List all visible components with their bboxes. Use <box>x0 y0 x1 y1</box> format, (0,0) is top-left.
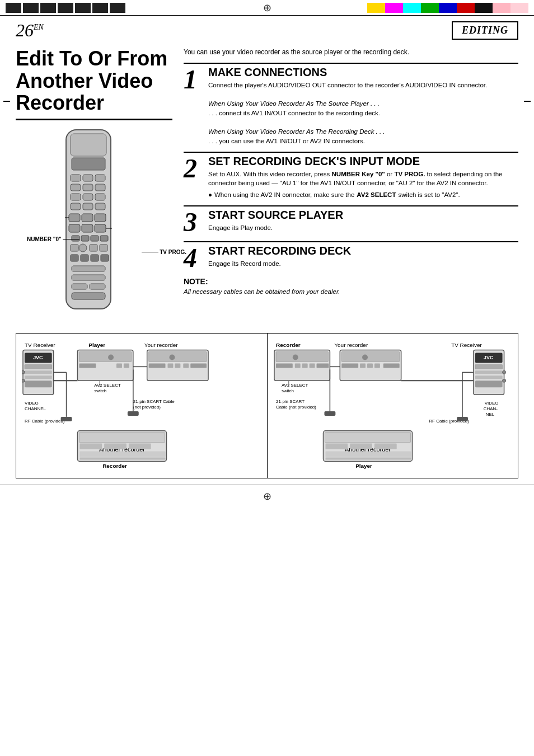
svg-rect-11 <box>95 194 105 200</box>
color-black <box>475 3 493 13</box>
step-1-body: Connect the player's AUDIO/VIDEO OUT con… <box>208 81 518 146</box>
remote-svg <box>32 127 144 317</box>
number-zero-label: NUMBER "0" <box>27 236 79 242</box>
svg-rect-110 <box>374 363 380 368</box>
step-1: 1 MAKE CONNECTIONS Connect the player's … <box>184 63 518 146</box>
svg-rect-49 <box>25 381 52 387</box>
square-5 <box>75 3 91 13</box>
step-2: 2 SET RECORDING DECK'S INPUT MODE Set to… <box>184 152 518 200</box>
svg-rect-137 <box>325 443 348 449</box>
square-2 <box>23 3 39 13</box>
svg-rect-29 <box>90 245 97 251</box>
square-3 <box>40 3 56 13</box>
svg-rect-140 <box>325 451 411 457</box>
svg-rect-67 <box>183 363 189 368</box>
svg-text:AV2 SELECT: AV2 SELECT <box>281 383 308 388</box>
diagram-left: TV Receiver Player Your recorder JVC <box>16 334 268 478</box>
svg-rect-138 <box>350 443 372 449</box>
svg-point-50 <box>22 370 25 374</box>
svg-point-63 <box>169 354 175 360</box>
svg-text:CHANNEL: CHANNEL <box>25 406 46 411</box>
step-3-body: Engage its Play mode. <box>208 223 518 233</box>
svg-rect-109 <box>367 363 373 368</box>
top-bar-squares <box>6 3 125 13</box>
step-4-number: 4 <box>184 245 204 271</box>
svg-text:VIDEO: VIDEO <box>25 401 39 406</box>
svg-rect-39 <box>72 293 105 299</box>
svg-rect-116 <box>475 370 502 374</box>
step-4-content: START RECORDING DECK Engage its Record m… <box>208 245 518 271</box>
svg-rect-21 <box>95 224 106 232</box>
right-margin-marker <box>524 101 531 102</box>
svg-rect-1 <box>71 134 106 156</box>
svg-text:switch: switch <box>281 388 293 393</box>
color-cyan <box>403 3 421 13</box>
svg-rect-35 <box>72 266 105 271</box>
svg-rect-34 <box>101 255 109 261</box>
step-4-body: Engage its Record mode. <box>208 259 518 269</box>
step-1-number: 1 <box>184 66 204 146</box>
svg-rect-54 <box>79 363 96 368</box>
svg-rect-17 <box>95 214 106 222</box>
svg-rect-2 <box>72 158 105 170</box>
diagram-right: Recorder Your recorder TV Receiver AV2 S… <box>268 334 518 478</box>
svg-rect-64 <box>149 363 166 368</box>
color-blocks <box>367 3 528 13</box>
right-column: You can use your video recorder as the s… <box>184 48 518 317</box>
svg-rect-7 <box>83 184 93 191</box>
page-number: 26EN <box>16 20 44 41</box>
svg-rect-97 <box>294 363 300 368</box>
step-2-number: 2 <box>184 155 204 200</box>
svg-rect-86 <box>129 443 151 449</box>
note-section: NOTE: All necessary cables can be obtain… <box>184 277 518 296</box>
footer-crosshair: ⊕ <box>263 490 271 503</box>
color-green <box>421 3 439 13</box>
step-4: 4 START RECORDING DECK Engage its Record… <box>184 241 518 271</box>
svg-rect-56 <box>116 363 122 368</box>
svg-point-120 <box>502 379 505 382</box>
svg-rect-85 <box>104 443 127 449</box>
svg-point-119 <box>502 370 505 374</box>
bottom-diagram: TV Receiver Player Your recorder JVC <box>16 333 518 478</box>
svg-rect-94 <box>275 351 327 361</box>
svg-rect-88 <box>79 457 165 459</box>
svg-rect-10 <box>83 194 93 200</box>
svg-text:21-pin SCART: 21-pin SCART <box>275 399 304 404</box>
svg-text:(not provided): (not provided) <box>133 405 161 410</box>
svg-rect-38 <box>90 284 105 289</box>
svg-text:AV2 SELECT: AV2 SELECT <box>94 383 121 388</box>
top-crosshair: ⊕ <box>263 2 271 14</box>
svg-rect-99 <box>309 363 315 368</box>
svg-rect-20 <box>82 224 93 232</box>
svg-rect-135 <box>325 433 410 443</box>
svg-point-95 <box>292 354 298 360</box>
svg-text:NEL: NEL <box>485 412 494 417</box>
svg-text:Player: Player <box>355 463 372 469</box>
svg-rect-57 <box>124 363 129 368</box>
left-margin-marker <box>3 101 10 102</box>
step-4-title: START RECORDING DECK <box>208 245 518 257</box>
svg-text:Cable (not provided): Cable (not provided) <box>275 405 316 410</box>
step-3-title: START SOURCE PLAYER <box>208 209 518 221</box>
square-7 <box>110 3 125 13</box>
editing-label: EDITING <box>452 21 518 40</box>
svg-text:TV Receiver: TV Receiver <box>451 341 482 348</box>
step-2-title: SET RECORDING DECK'S INPUT MODE <box>208 155 518 167</box>
diagram-right-svg: Recorder Your recorder TV Receiver AV2 S… <box>273 338 513 473</box>
svg-rect-141 <box>325 457 411 459</box>
svg-rect-30 <box>100 245 107 251</box>
color-pink <box>493 3 510 13</box>
svg-rect-87 <box>79 451 165 457</box>
step-3-number: 3 <box>184 209 204 236</box>
main-content: Edit To Or From Another Video Recorder N… <box>0 42 534 323</box>
svg-text:Your recorder: Your recorder <box>334 341 368 348</box>
svg-rect-115 <box>475 364 502 369</box>
svg-text:JVC: JVC <box>33 355 43 360</box>
svg-text:Recorder: Recorder <box>102 463 127 469</box>
svg-text:Recorder: Recorder <box>275 341 300 348</box>
footer-bar: ⊕ <box>0 484 534 508</box>
step-2-content: SET RECORDING DECK'S INPUT MODE Set to A… <box>208 155 518 200</box>
svg-text:Your recorder: Your recorder <box>144 341 179 348</box>
svg-rect-8 <box>95 184 105 191</box>
square-1 <box>6 3 21 13</box>
